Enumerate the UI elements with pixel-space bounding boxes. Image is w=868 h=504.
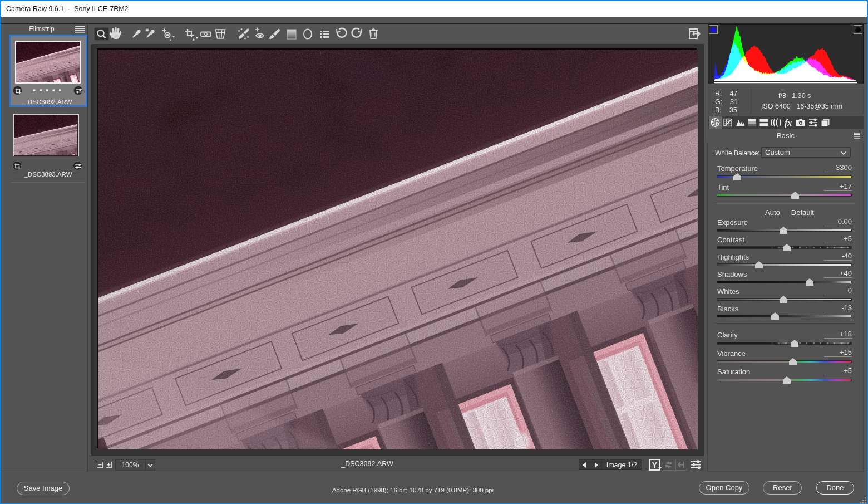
svg-text:fx: fx xyxy=(785,118,792,128)
